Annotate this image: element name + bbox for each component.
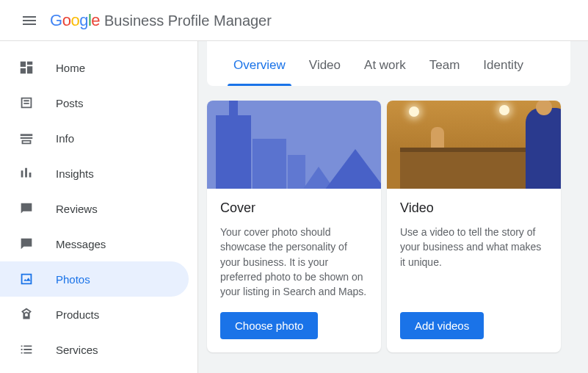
tab-video[interactable]: Video bbox=[297, 42, 352, 86]
cover-illustration bbox=[207, 101, 381, 189]
products-icon bbox=[18, 305, 35, 323]
hamburger-icon bbox=[21, 12, 38, 29]
sidebar-item-label: Posts bbox=[56, 97, 84, 109]
main-menu-button[interactable] bbox=[12, 3, 47, 38]
reviews-icon bbox=[18, 200, 35, 217]
video-card-title: Video bbox=[400, 200, 548, 216]
tab-overview[interactable]: Overview bbox=[222, 42, 297, 86]
tab-label: At work bbox=[364, 58, 406, 72]
sidebar-item-reviews[interactable]: Reviews bbox=[0, 191, 189, 226]
messages-icon bbox=[18, 235, 35, 253]
info-icon bbox=[18, 129, 35, 147]
header: Google Business Profile Manager bbox=[0, 0, 588, 41]
tab-label: Team bbox=[429, 58, 460, 72]
tab-identity[interactable]: Identity bbox=[471, 42, 535, 86]
services-icon bbox=[18, 341, 35, 358]
video-illustration bbox=[387, 101, 561, 189]
sidebar: Home Posts Info Insights Reviews Message… bbox=[0, 41, 198, 373]
sidebar-item-products[interactable]: Products bbox=[0, 297, 189, 332]
tab-at-work[interactable]: At work bbox=[352, 42, 418, 86]
tab-label: Identity bbox=[483, 58, 523, 72]
sidebar-item-label: Home bbox=[56, 62, 85, 74]
sidebar-item-insights[interactable]: Insights bbox=[0, 156, 189, 191]
sidebar-item-messages[interactable]: Messages bbox=[0, 226, 189, 261]
posts-icon bbox=[18, 94, 35, 112]
sidebar-item-label: Services bbox=[56, 344, 98, 356]
logo[interactable]: Google Business Profile Manager bbox=[50, 11, 272, 30]
choose-photo-button[interactable]: Choose photo bbox=[220, 312, 318, 339]
sidebar-item-label: Insights bbox=[56, 167, 94, 180]
sidebar-item-label: Photos bbox=[56, 273, 90, 286]
video-card: Video Use a video to tell the story of y… bbox=[387, 101, 561, 352]
photos-icon bbox=[18, 270, 35, 288]
tab-label: Overview bbox=[233, 58, 286, 72]
sidebar-item-home[interactable]: Home bbox=[0, 50, 189, 85]
sidebar-item-label: Info bbox=[56, 132, 74, 145]
tab-label: Video bbox=[309, 58, 341, 72]
sidebar-item-label: Messages bbox=[56, 238, 106, 250]
google-logo-icon: Google bbox=[50, 11, 100, 30]
cover-card-title: Cover bbox=[220, 200, 368, 216]
video-card-desc: Use a video to tell the story of your bu… bbox=[400, 225, 548, 299]
sidebar-item-info[interactable]: Info bbox=[0, 120, 189, 156]
insights-icon bbox=[18, 164, 35, 182]
tab-team[interactable]: Team bbox=[418, 42, 472, 86]
home-icon bbox=[18, 59, 35, 76]
cards: Cover Your cover photo should showcase t… bbox=[207, 101, 588, 352]
tabs: Overview Video At work Team Identity bbox=[207, 41, 570, 86]
cover-card: Cover Your cover photo should showcase t… bbox=[207, 101, 381, 352]
sidebar-item-label: Reviews bbox=[56, 203, 98, 215]
main-content: Overview Video At work Team Identity bbox=[198, 41, 588, 373]
sidebar-item-posts[interactable]: Posts bbox=[0, 85, 189, 120]
add-videos-button[interactable]: Add videos bbox=[400, 312, 484, 339]
product-name: Business Profile Manager bbox=[104, 12, 272, 29]
sidebar-item-photos[interactable]: Photos bbox=[0, 261, 189, 297]
cover-card-desc: Your cover photo should showcase the per… bbox=[220, 225, 368, 299]
sidebar-item-label: Products bbox=[56, 308, 99, 321]
sidebar-item-services[interactable]: Services bbox=[0, 332, 189, 367]
